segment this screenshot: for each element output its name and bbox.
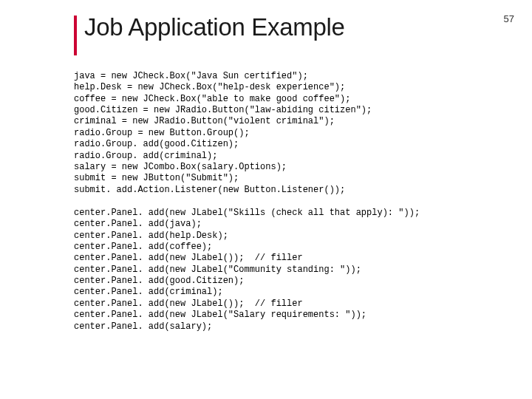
code-block-2: center.Panel. add(new JLabel("Skills (ch… [74, 208, 505, 332]
accent-bar [74, 16, 77, 55]
page-number: 57 [504, 13, 514, 24]
code-block-1: java = new JCheck.Box("Java Sun certifie… [74, 71, 505, 196]
slide-title: Job Application Example [84, 13, 345, 41]
title-row: Job Application Example [74, 13, 505, 64]
slide: 57 Job Application Example java = new JC… [0, 0, 532, 332]
